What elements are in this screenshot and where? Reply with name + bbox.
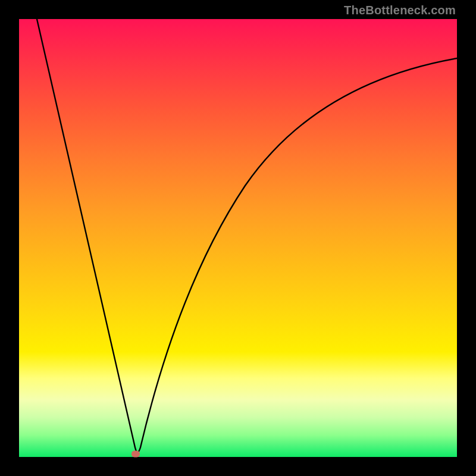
optimal-point-marker [131, 451, 140, 458]
watermark-text: TheBottleneck.com [344, 4, 456, 17]
bottleneck-curve [19, 19, 457, 457]
curve-path [37, 19, 457, 452]
plot-area [19, 19, 457, 457]
chart-frame: TheBottleneck.com [0, 0, 476, 476]
